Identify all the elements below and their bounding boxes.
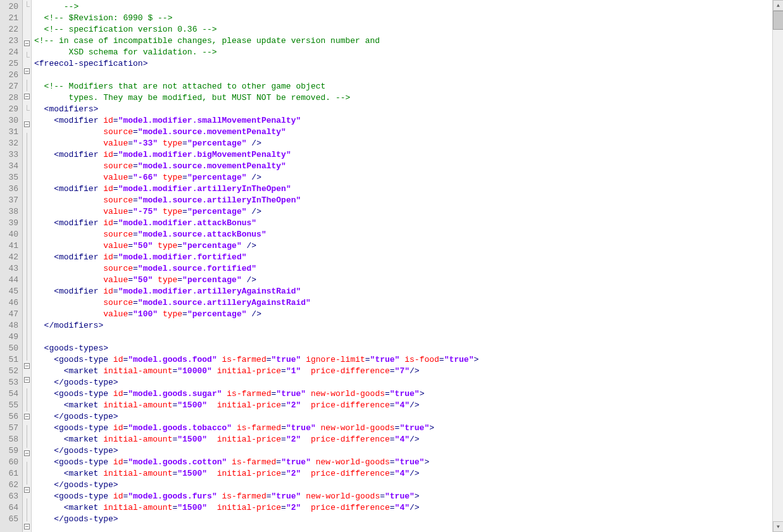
line-number[interactable]: 23 <box>6 35 18 47</box>
code-line[interactable]: <market initial-amount="10000" initial-p… <box>34 366 772 377</box>
line-number[interactable]: 34 <box>6 161 18 172</box>
line-number[interactable]: 30 <box>6 115 18 127</box>
code-line[interactable]: </goods-type> <box>34 514 772 525</box>
fold-collapse-icon[interactable] <box>24 524 30 529</box>
line-number[interactable]: 32 <box>6 138 18 149</box>
fold-collapse-icon[interactable] <box>24 487 30 493</box>
line-number[interactable]: 21 <box>6 13 18 24</box>
fold-collapse-icon[interactable] <box>24 377 30 383</box>
code-line[interactable]: <modifier id="model.modifier.artilleryIn… <box>34 183 772 195</box>
line-number[interactable]: 35 <box>6 172 18 183</box>
fold-collapse-icon[interactable] <box>24 68 30 74</box>
line-number[interactable]: 58 <box>6 434 18 445</box>
line-number-gutter[interactable]: 2021222324252627282930313233343536373839… <box>0 0 23 532</box>
line-number[interactable]: 29 <box>6 104 18 115</box>
line-number[interactable]: 24 <box>6 47 18 58</box>
code-line[interactable]: <modifier id="model.modifier.artilleryAg… <box>34 286 772 297</box>
line-number[interactable]: 64 <box>6 502 18 514</box>
line-number[interactable]: 51 <box>6 354 18 366</box>
code-line[interactable]: <goods-type id="model.goods.food" is-far… <box>34 354 772 366</box>
code-line[interactable]: source="model.source.artilleryInTheOpen" <box>34 195 772 206</box>
code-line[interactable] <box>34 331 772 343</box>
code-line[interactable]: source="model.source.artilleryAgainstRai… <box>34 297 772 309</box>
line-number[interactable]: 44 <box>6 275 18 286</box>
line-number[interactable]: 54 <box>6 388 18 400</box>
line-number[interactable]: 53 <box>6 377 18 388</box>
line-number[interactable]: 45 <box>6 286 18 297</box>
code-line[interactable]: value="-75" type="percentage" /> <box>34 206 772 218</box>
fold-collapse-icon[interactable] <box>24 121 30 127</box>
fold-gutter[interactable] <box>23 0 32 532</box>
line-number[interactable]: 52 <box>6 366 18 377</box>
line-number[interactable]: 47 <box>6 309 18 320</box>
code-line[interactable]: value="-66" type="percentage" /> <box>34 172 772 183</box>
fold-collapse-icon[interactable] <box>24 94 30 99</box>
code-line[interactable] <box>34 70 772 81</box>
line-number[interactable]: 22 <box>6 24 18 35</box>
code-line[interactable]: <modifiers> <box>34 104 772 115</box>
vertical-scrollbar[interactable]: ▲ ▼ <box>772 0 783 532</box>
line-number[interactable]: 65 <box>6 514 18 525</box>
code-line[interactable]: <modifier id="model.modifier.bigMovement… <box>34 149 772 161</box>
code-line[interactable]: value="50" type="percentage" /> <box>34 275 772 286</box>
line-number[interactable]: 20 <box>6 1 18 13</box>
code-line[interactable]: <goods-type id="model.goods.sugar" is-fa… <box>34 388 772 400</box>
line-number[interactable]: 25 <box>6 58 18 70</box>
line-number[interactable]: 48 <box>6 320 18 331</box>
code-line[interactable]: value="100" type="percentage" /> <box>34 309 772 320</box>
code-line[interactable]: value="50" type="percentage" /> <box>34 240 772 252</box>
code-line[interactable]: --> <box>34 1 772 13</box>
line-number[interactable]: 55 <box>6 400 18 411</box>
code-line[interactable]: source="model.source.movementPenalty" <box>34 127 772 138</box>
code-line[interactable]: </goods-type> <box>34 445 772 457</box>
code-line[interactable]: source="model.source.fortified" <box>34 263 772 275</box>
code-line[interactable]: </goods-type> <box>34 377 772 388</box>
code-line[interactable]: <market initial-amount="1500" initial-pr… <box>34 434 772 445</box>
fold-collapse-icon[interactable] <box>24 414 30 419</box>
line-number[interactable]: 38 <box>6 206 18 218</box>
line-number[interactable]: 42 <box>6 252 18 263</box>
code-line[interactable]: <!-- in case of incompatible changes, pl… <box>34 35 772 47</box>
code-line[interactable]: </goods-type> <box>34 479 772 491</box>
scroll-down-button[interactable]: ▼ <box>773 521 783 532</box>
code-line[interactable]: <!-- specification version 0.36 --> <box>34 24 772 35</box>
line-number[interactable]: 60 <box>6 457 18 468</box>
code-line[interactable]: <market initial-amount="1500" initial-pr… <box>34 468 772 479</box>
code-line[interactable]: <modifier id="model.modifier.fortified" <box>34 252 772 263</box>
code-line[interactable]: </modifiers> <box>34 320 772 331</box>
code-line[interactable]: <market initial-amount="1500" initial-pr… <box>34 400 772 411</box>
code-area[interactable]: --> <!-- $Revision: 6990 $ --> <!-- spec… <box>32 0 772 532</box>
line-number[interactable]: 56 <box>6 411 18 423</box>
line-number[interactable]: 33 <box>6 149 18 161</box>
scroll-up-button[interactable]: ▲ <box>773 0 783 11</box>
line-number[interactable]: 31 <box>6 127 18 138</box>
line-number[interactable]: 46 <box>6 297 18 309</box>
code-line[interactable]: <!-- Modifiers that are not attached to … <box>34 81 772 92</box>
code-line[interactable]: value="-33" type="percentage" /> <box>34 138 772 149</box>
line-number[interactable]: 59 <box>6 445 18 457</box>
fold-collapse-icon[interactable] <box>24 450 30 456</box>
code-line[interactable]: source="model.source.movementPenalty" <box>34 161 772 172</box>
line-number[interactable]: 49 <box>6 331 18 343</box>
line-number[interactable]: 61 <box>6 468 18 479</box>
line-number[interactable]: 57 <box>6 423 18 434</box>
line-number[interactable]: 28 <box>6 92 18 104</box>
code-line[interactable]: XSD schema for validation. --> <box>34 47 772 58</box>
line-number[interactable]: 36 <box>6 183 18 195</box>
line-number[interactable]: 43 <box>6 263 18 275</box>
code-line[interactable]: <market initial-amount="1500" initial-pr… <box>34 502 772 514</box>
code-line[interactable]: <goods-type id="model.goods.tobacco" is-… <box>34 423 772 434</box>
code-line[interactable]: </goods-type> <box>34 411 772 423</box>
line-number[interactable]: 50 <box>6 343 18 354</box>
code-line[interactable]: <goods-types> <box>34 343 772 354</box>
scroll-thumb[interactable] <box>773 11 783 30</box>
code-line[interactable]: <!-- $Revision: 6990 $ --> <box>34 13 772 24</box>
fold-collapse-icon[interactable] <box>24 40 30 46</box>
line-number[interactable]: 62 <box>6 479 18 491</box>
code-line[interactable]: <freecol-specification> <box>34 58 772 70</box>
code-line[interactable]: source="model.source.attackBonus" <box>34 229 772 240</box>
line-number[interactable]: 37 <box>6 195 18 206</box>
code-line[interactable]: <goods-type id="model.goods.cotton" is-f… <box>34 457 772 468</box>
line-number[interactable]: 39 <box>6 218 18 229</box>
line-number[interactable]: 27 <box>6 81 18 92</box>
